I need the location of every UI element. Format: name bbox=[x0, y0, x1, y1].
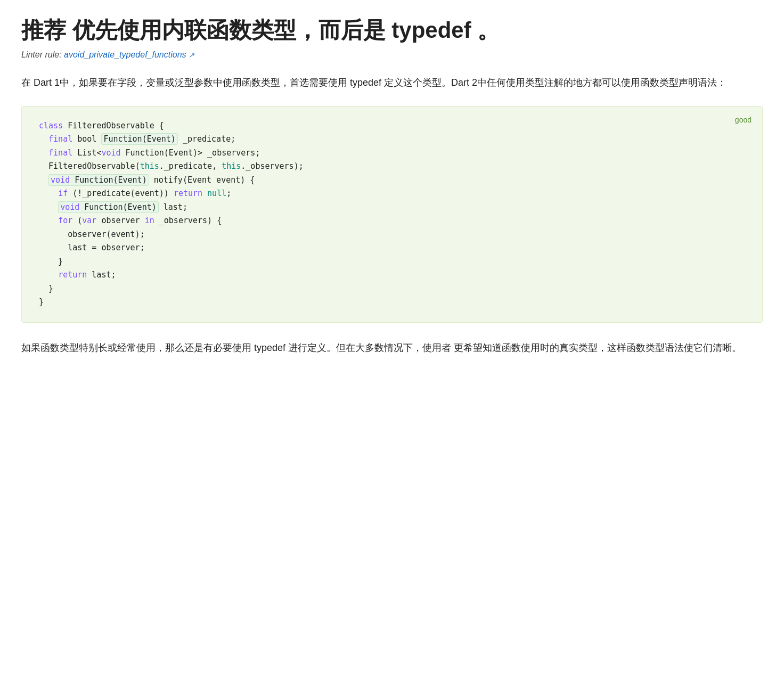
code-content: class FilteredObservable { final bool Fu… bbox=[39, 119, 745, 309]
code-label-good: good bbox=[735, 114, 752, 127]
code-line-13: last = observer; bbox=[39, 241, 745, 255]
code-line-18: } bbox=[39, 296, 745, 309]
linter-prefix: Linter rule: bbox=[21, 50, 64, 59]
code-line-17: } bbox=[39, 282, 745, 296]
code-line-7: void Function(Event) notify(Event event)… bbox=[39, 174, 745, 187]
linter-rule-text: Linter rule: avoid_private_typedef_funct… bbox=[21, 48, 763, 62]
code-line-8: if (!_predicate(event)) return null; bbox=[39, 187, 745, 201]
outro-paragraph: 如果函数类型特别长或经常使用，那么还是有必要使用 typedef 进行定义。但在… bbox=[21, 340, 763, 356]
code-line-1: class FilteredObservable { bbox=[39, 119, 745, 133]
page-title: 推荐 优先使用内联函数类型，而后是 typedef 。 bbox=[21, 17, 763, 44]
external-link-icon: ↗ bbox=[189, 51, 194, 59]
code-line-5: FilteredObservable(this._predicate, this… bbox=[39, 160, 745, 174]
code-line-2: final bool Function(Event) _predicate; bbox=[39, 133, 745, 146]
code-line-10: void Function(Event) last; bbox=[39, 201, 745, 215]
code-line-3: final List<void Function(Event)> _observ… bbox=[39, 146, 745, 160]
code-line-16: return last; bbox=[39, 268, 745, 282]
code-line-11: for (var observer in _observers) { bbox=[39, 214, 745, 228]
intro-paragraph: 在 Dart 1中，如果要在字段，变量或泛型参数中使用函数类型，首选需要使用 t… bbox=[21, 75, 763, 91]
linter-rule-link[interactable]: avoid_private_typedef_functions bbox=[64, 50, 186, 59]
code-line-14: } bbox=[39, 255, 745, 269]
code-example-block: good class FilteredObservable { final bo… bbox=[21, 106, 763, 323]
code-line-12: observer(event); bbox=[39, 228, 745, 242]
